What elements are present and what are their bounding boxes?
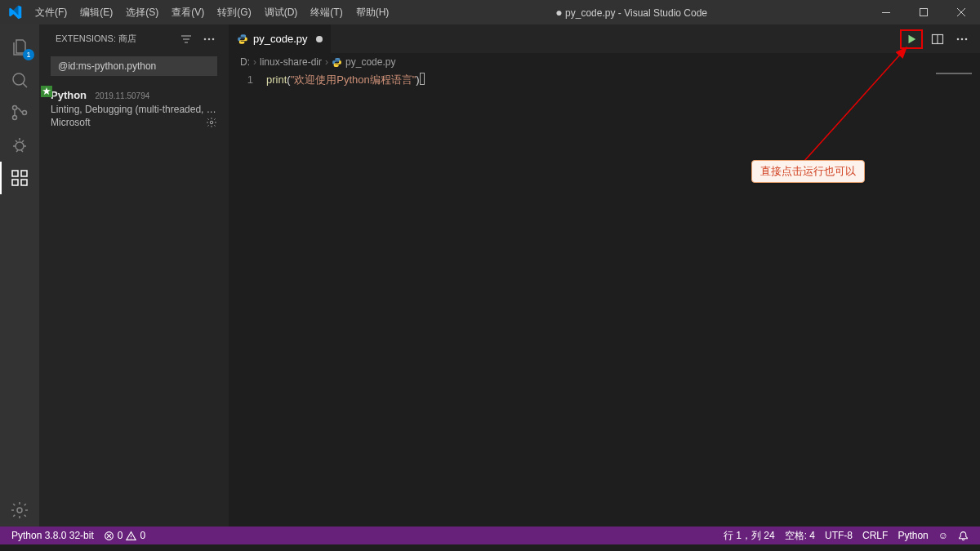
status-line-col[interactable]: 行 1，列 24 [719, 529, 780, 543]
svg-point-5 [23, 111, 27, 115]
split-editor-icon[interactable] [928, 29, 947, 49]
run-button[interactable] [900, 29, 923, 49]
chevron-right-icon: › [253, 56, 256, 68]
activity-explorer[interactable]: 1 [0, 31, 39, 64]
filter-icon[interactable] [180, 33, 193, 46]
menu-file[interactable]: 文件(F) [29, 6, 74, 20]
status-indent[interactable]: 空格: 4 [780, 529, 820, 543]
python-file-icon [237, 33, 248, 45]
status-errors: 0 [118, 530, 123, 541]
svg-point-4 [13, 116, 17, 120]
svg-rect-8 [12, 180, 18, 185]
status-bar: Python 3.8.0 32-bit 0 0 行 1，列 24 空格: 4 U… [0, 527, 980, 544]
annotation-callout: 直接点击运行也可以 [751, 160, 865, 183]
status-notifications-icon[interactable] [953, 531, 973, 541]
status-eol[interactable]: CRLF [858, 530, 893, 541]
svg-rect-10 [21, 171, 27, 176]
verified-star-icon [41, 86, 52, 97]
extension-item-python[interactable]: Python 2019.11.50794 Linting, Debugging … [39, 82, 229, 135]
activity-search[interactable] [0, 64, 39, 96]
menu-edit[interactable]: 编辑(E) [74, 6, 119, 20]
chevron-right-icon: › [325, 56, 328, 68]
menu-help[interactable]: 帮助(H) [350, 6, 396, 20]
code-editor[interactable]: 1 print("欢迎使用Python编程语言") [229, 71, 980, 527]
menu-view[interactable]: 查看(V) [165, 6, 211, 20]
status-interpreter[interactable]: Python 3.8.0 32-bit [7, 530, 99, 541]
extensions-search-input[interactable]: @id:ms-python.python [51, 56, 217, 76]
title-bar: 文件(F) 编辑(E) 选择(S) 查看(V) 转到(G) 调试(D) 终端(T… [0, 0, 980, 24]
extension-description: Linting, Debugging (multi-threaded, r... [51, 104, 217, 115]
svg-point-11 [17, 508, 22, 513]
minimap[interactable] [933, 71, 980, 527]
title-app: Visual Studio Code [624, 7, 707, 19]
activity-scm[interactable] [0, 96, 39, 129]
extension-publisher: Microsoft [51, 117, 217, 128]
status-encoding[interactable]: UTF-8 [820, 530, 858, 541]
breadcrumb-file[interactable]: py_code.py [345, 56, 395, 68]
line-number-gutter: 1 [229, 73, 266, 527]
svg-point-14 [212, 38, 215, 40]
cursor [420, 73, 425, 85]
svg-rect-7 [12, 171, 18, 176]
token-string: "欢迎使用Python编程语言" [291, 73, 416, 86]
annotation-text: 直接点击运行也可以 [760, 165, 856, 177]
status-warnings: 0 [140, 530, 145, 541]
svg-point-15 [210, 121, 213, 124]
close-button[interactable] [942, 0, 980, 24]
python-file-icon [332, 57, 342, 68]
menu-select[interactable]: 选择(S) [119, 6, 165, 20]
extension-name: Python [51, 89, 87, 101]
editor-area: py_code.py D: › linux-share-dir › py_cod… [229, 24, 980, 527]
svg-rect-0 [882, 12, 890, 13]
svg-point-2 [13, 73, 24, 85]
window-title: ● py_code.py - Visual Studio Code [395, 6, 867, 19]
dirty-indicator-icon: ● [555, 6, 562, 19]
menu-goto[interactable]: 转到(G) [211, 6, 257, 20]
svg-point-6 [16, 142, 24, 150]
svg-point-17 [957, 38, 960, 40]
svg-point-13 [208, 38, 211, 40]
svg-rect-1 [920, 9, 928, 16]
breadcrumb[interactable]: D: › linux-share-dir › py_code.py [229, 53, 980, 71]
svg-point-18 [961, 38, 964, 40]
minimize-button[interactable] [867, 0, 905, 24]
svg-rect-9 [21, 180, 27, 185]
svg-point-12 [204, 38, 207, 40]
sidebar-title: EXTENSIONS: 商店 [56, 33, 136, 45]
sidebar-header: EXTENSIONS: 商店 [39, 24, 229, 53]
menu-debug[interactable]: 调试(D) [258, 6, 305, 20]
more-icon[interactable] [203, 33, 216, 46]
breadcrumb-drive[interactable]: D: [240, 56, 250, 68]
code-line-1[interactable]: print("欢迎使用Python编程语言") [266, 73, 425, 527]
activity-bar: 1 [0, 24, 39, 527]
minimap-line [936, 73, 972, 74]
menu-terminal[interactable]: 终端(T) [304, 6, 349, 20]
token-function: print [266, 73, 287, 86]
tab-pycode[interactable]: py_code.py [229, 24, 332, 53]
activity-settings[interactable] [0, 494, 39, 527]
editor-tabs: py_code.py [229, 24, 980, 53]
explorer-badge: 1 [23, 49, 34, 60]
status-feedback-icon[interactable]: ☺ [933, 530, 953, 541]
menu-bar: 文件(F) 编辑(E) 选择(S) 查看(V) 转到(G) 调试(D) 终端(T… [29, 6, 395, 20]
tab-dirty-icon [316, 36, 323, 42]
activity-extensions[interactable] [0, 162, 39, 194]
activity-debug[interactable] [0, 129, 39, 162]
extension-manage-icon[interactable] [206, 117, 217, 128]
window-controls [867, 0, 980, 24]
svg-point-19 [965, 38, 968, 40]
vscode-logo-icon [0, 5, 29, 20]
breadcrumb-folder[interactable]: linux-share-dir [260, 56, 322, 68]
maximize-button[interactable] [905, 0, 942, 24]
tab-filename: py_code.py [253, 33, 308, 45]
extension-version: 2019.11.50794 [96, 91, 150, 100]
sidebar-extensions: EXTENSIONS: 商店 @id:ms-python.python Pyth… [39, 24, 229, 527]
editor-more-icon[interactable] [952, 29, 972, 49]
svg-point-3 [13, 106, 17, 110]
status-language[interactable]: Python [893, 530, 933, 541]
line-number: 1 [229, 73, 253, 87]
status-problems[interactable]: 0 0 [99, 530, 150, 541]
title-filename: py_code.py [565, 7, 615, 19]
